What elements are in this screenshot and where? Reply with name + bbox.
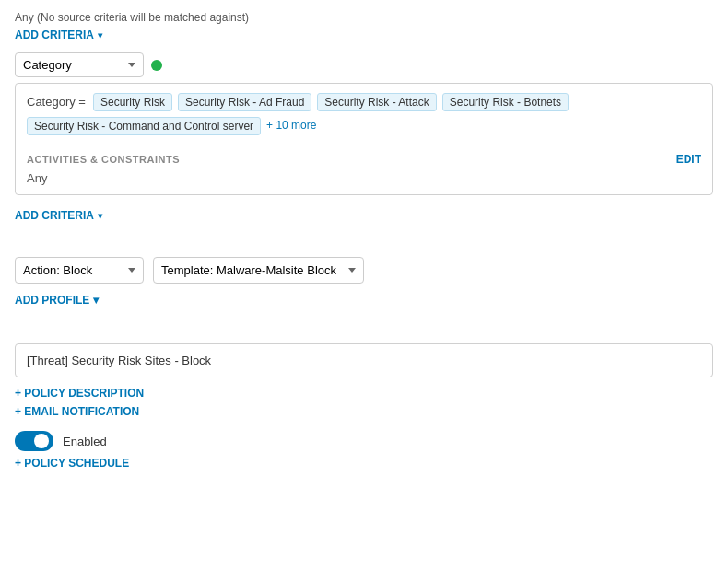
activities-any-text: Any [27, 171, 701, 185]
criteria-box: Category = Security Risk Security Risk -… [15, 83, 713, 195]
second-add-criteria-section: ADD CRITERIA ▾ [15, 208, 713, 233]
action-dropdown[interactable]: Action: Block [15, 257, 144, 284]
add-profile-arrow-icon: ▾ [93, 294, 99, 307]
category-selector-row: Category [15, 52, 713, 77]
activities-section: ACTIVITIES & CONSTRAINTS EDIT Any [27, 145, 701, 185]
tag-botnets: Security Risk - Botnets [442, 93, 569, 111]
enabled-toggle[interactable] [15, 431, 53, 451]
tag-command-control: Security Risk - Command and Control serv… [27, 117, 261, 135]
top-add-criteria-btn[interactable]: ADD CRITERIA ▾ [15, 29, 102, 41]
top-any-text: Any (No source criteria will be matched … [15, 11, 713, 24]
policy-schedule-link[interactable]: + POLICY SCHEDULE [15, 457, 129, 470]
policy-name-box: [Threat] Security Risk Sites - Block [15, 343, 713, 377]
second-add-criteria-btn[interactable]: ADD CRITERIA ▾ [15, 209, 102, 222]
toggle-row: Enabled [15, 431, 713, 451]
add-profile-btn[interactable]: ADD PROFILE ▾ [15, 294, 99, 307]
green-dot-icon [151, 60, 162, 71]
second-add-criteria-arrow-icon: ▾ [98, 211, 102, 221]
toggle-label: Enabled [63, 435, 107, 448]
email-notification-link[interactable]: + EMAIL NOTIFICATION [15, 405, 139, 418]
more-tags-link[interactable]: + 10 more [266, 117, 316, 132]
activities-label: ACTIVITIES & CONSTRAINTS [27, 154, 180, 165]
tag-ad-fraud: Security Risk - Ad Fraud [178, 93, 311, 111]
tag-attack: Security Risk - Attack [317, 93, 436, 111]
template-dropdown[interactable]: Template: Malware-Malsite Block [153, 257, 364, 284]
category-dropdown[interactable]: Category [15, 52, 144, 77]
criteria-label: Category = [27, 93, 86, 109]
add-criteria-arrow-icon: ▾ [98, 30, 102, 41]
criteria-tags-row: Category = Security Risk Security Risk -… [27, 93, 701, 135]
action-row: Action: Block Template: Malware-Malsite … [15, 257, 713, 284]
edit-link[interactable]: EDIT [676, 153, 701, 166]
tag-security-risk: Security Risk [93, 93, 172, 111]
policy-name-text: [Threat] Security Risk Sites - Block [27, 354, 211, 367]
activities-header: ACTIVITIES & CONSTRAINTS EDIT [27, 153, 701, 166]
policy-description-link[interactable]: + POLICY DESCRIPTION [15, 387, 144, 400]
